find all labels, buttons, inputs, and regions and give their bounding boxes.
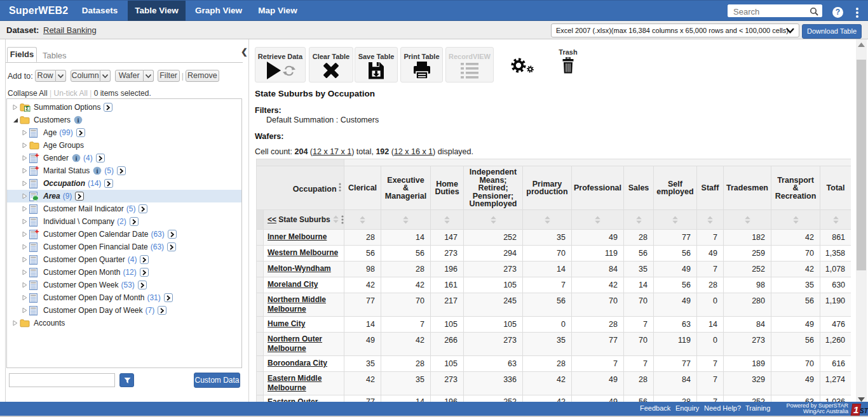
svg-text:i: i — [97, 167, 98, 175]
svg-text:i: i — [77, 116, 79, 124]
svg-text:Σ: Σ — [25, 105, 29, 112]
svg-text:i: i — [76, 154, 78, 162]
